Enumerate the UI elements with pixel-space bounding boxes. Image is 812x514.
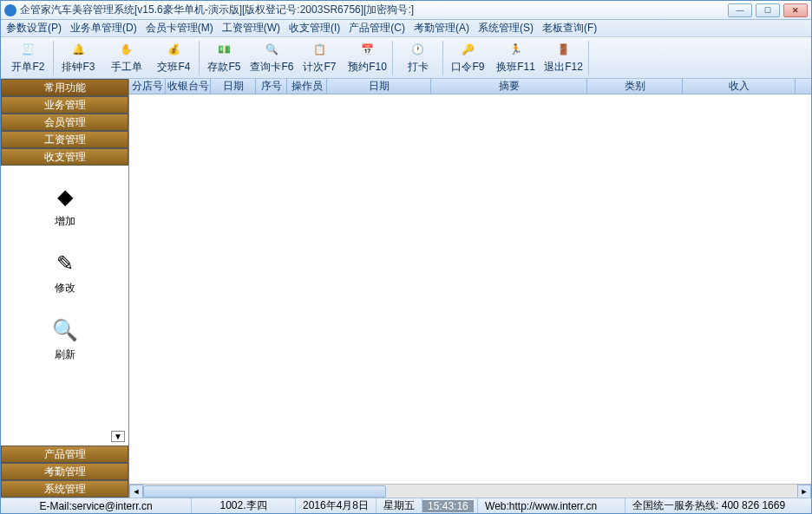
toolbar-icon: 🕐 xyxy=(409,41,427,58)
action-label: 增加 xyxy=(55,214,75,229)
status-weekday: 星期五 xyxy=(377,498,422,513)
sidebar-tab-收支管理[interactable]: 收支管理 xyxy=(1,148,128,166)
toolbar-开单F2[interactable]: 🧾开单F2 xyxy=(4,39,52,77)
main-area: 分店号收银台号日期序号操作员日期摘要类别收入 ◄ ► xyxy=(129,79,811,498)
toolbar-icon: 🔔 xyxy=(70,41,88,58)
grid-body[interactable] xyxy=(129,94,811,484)
grid-header: 分店号收银台号日期序号操作员日期摘要类别收入 xyxy=(129,79,811,94)
sidebar-dropdown-icon[interactable]: ▼ xyxy=(111,431,125,442)
action-icon: 🔍 xyxy=(51,316,79,344)
menu-item-5[interactable]: 产品管理(C) xyxy=(349,21,405,36)
column-header-日期[interactable]: 日期 xyxy=(327,79,431,94)
menu-item-3[interactable]: 工资管理(W) xyxy=(222,21,280,36)
toolbar-label: 开单F2 xyxy=(11,60,44,75)
status-web: Web:http://www.interr.cn xyxy=(478,498,625,513)
toolbar-separator xyxy=(392,41,393,75)
toolbar: 🧾开单F2🔔排钟F3✋手工单💰交班F4💵存款F5🔍查询卡F6📋计次F7📅预约F1… xyxy=(1,37,811,79)
maximize-button[interactable]: ☐ xyxy=(756,3,780,17)
toolbar-手工单[interactable]: ✋手工单 xyxy=(102,39,150,77)
sidebar-tab-工资管理[interactable]: 工资管理 xyxy=(1,131,128,148)
action-icon: ✎ xyxy=(51,250,79,277)
sidebar-action-增加[interactable]: ◆增加 xyxy=(51,183,79,229)
column-header-日期[interactable]: 日期 xyxy=(211,79,256,94)
scroll-left-button[interactable]: ◄ xyxy=(129,485,143,498)
toolbar-icon: 💵 xyxy=(216,41,233,58)
status-time: 15:43:16 xyxy=(422,500,474,512)
toolbar-separator xyxy=(53,41,54,75)
toolbar-icon: 🏃 xyxy=(508,41,525,58)
toolbar-separator xyxy=(588,41,589,75)
toolbar-icon: 📋 xyxy=(311,41,329,58)
toolbar-预约F10[interactable]: 📅预约F10 xyxy=(344,39,391,77)
menubar: 参数设置(P)业务单管理(D)会员卡管理(M)工资管理(W)收支管理(I)产品管… xyxy=(1,20,811,37)
toolbar-存款F5[interactable]: 💵存款F5 xyxy=(200,39,248,77)
sidebar: 常用功能 业务管理会员管理工资管理收支管理 ◆增加✎修改🔍刷新▼ 产品管理考勤管… xyxy=(1,79,129,498)
toolbar-label: 预约F10 xyxy=(348,60,387,75)
sidebar-tab-产品管理[interactable]: 产品管理 xyxy=(1,446,128,463)
menu-item-8[interactable]: 老板查询(F) xyxy=(542,21,597,36)
sidebar-action-刷新[interactable]: 🔍刷新 xyxy=(51,316,79,362)
titlebar: 企管家汽车美容管理系统[v15.6豪华单机-演示版][版权登记号:2003SR6… xyxy=(1,1,811,20)
toolbar-label: 交班F4 xyxy=(157,60,190,75)
statusbar: E-Mail:service@interr.cn 1002.李四 2016年4月… xyxy=(1,498,811,513)
action-icon: ◆ xyxy=(51,183,79,211)
close-button[interactable]: ✕ xyxy=(783,3,808,17)
scroll-thumb[interactable] xyxy=(143,485,386,498)
sidebar-tab-会员管理[interactable]: 会员管理 xyxy=(1,114,128,131)
sidebar-action-修改[interactable]: ✎修改 xyxy=(51,250,79,296)
toolbar-label: 排钟F3 xyxy=(62,60,95,75)
column-header-摘要[interactable]: 摘要 xyxy=(431,79,587,94)
action-label: 刷新 xyxy=(55,348,75,362)
sidebar-actions: ◆增加✎修改🔍刷新▼ xyxy=(1,166,128,446)
toolbar-label: 口令F9 xyxy=(451,60,484,75)
column-header-收银台号[interactable]: 收银台号 xyxy=(166,79,211,94)
toolbar-label: 存款F5 xyxy=(207,60,240,75)
window-title: 企管家汽车美容管理系统[v15.6豪华单机-演示版][版权登记号:2003SR6… xyxy=(20,3,728,17)
toolbar-查询卡F6[interactable]: 🔍查询卡F6 xyxy=(248,39,296,77)
toolbar-icon: 🔑 xyxy=(460,41,477,58)
menu-item-2[interactable]: 会员卡管理(M) xyxy=(146,21,213,36)
toolbar-label: 打卡 xyxy=(408,60,429,75)
toolbar-label: 换班F11 xyxy=(496,60,535,75)
scroll-right-button[interactable]: ► xyxy=(797,485,811,498)
menu-item-0[interactable]: 参数设置(P) xyxy=(6,21,62,36)
menu-item-7[interactable]: 系统管理(S) xyxy=(478,21,534,36)
column-header-收入[interactable]: 收入 xyxy=(683,79,796,94)
status-user: 1002.李四 xyxy=(192,498,296,513)
status-date: 2016年4月8日 xyxy=(296,498,377,513)
toolbar-口令F9[interactable]: 🔑口令F9 xyxy=(444,39,492,77)
toolbar-退出F12[interactable]: 🚪退出F12 xyxy=(540,39,587,77)
menu-item-1[interactable]: 业务单管理(D) xyxy=(70,21,137,36)
sidebar-header: 常用功能 xyxy=(1,79,128,96)
toolbar-label: 退出F12 xyxy=(544,60,583,75)
toolbar-icon: ✋ xyxy=(118,41,135,58)
horizontal-scrollbar[interactable]: ◄ ► xyxy=(129,484,811,498)
status-email: E-Mail:service@interr.cn xyxy=(1,498,192,513)
sidebar-tab-系统管理[interactable]: 系统管理 xyxy=(1,480,128,498)
toolbar-排钟F3[interactable]: 🔔排钟F3 xyxy=(55,39,102,77)
toolbar-label: 手工单 xyxy=(111,60,142,75)
minimize-button[interactable]: — xyxy=(728,3,752,17)
toolbar-打卡[interactable]: 🕐打卡 xyxy=(394,39,442,77)
column-header-操作员[interactable]: 操作员 xyxy=(287,79,327,94)
toolbar-separator xyxy=(199,41,200,75)
toolbar-icon: 🧾 xyxy=(20,41,37,58)
toolbar-label: 计次F7 xyxy=(303,60,336,75)
toolbar-label: 查询卡F6 xyxy=(250,60,293,75)
toolbar-separator xyxy=(442,41,443,75)
column-header-分店号[interactable]: 分店号 xyxy=(129,79,166,94)
menu-item-4[interactable]: 收支管理(I) xyxy=(289,21,340,36)
sidebar-tab-考勤管理[interactable]: 考勤管理 xyxy=(1,463,128,480)
menu-item-6[interactable]: 考勤管理(A) xyxy=(414,21,469,36)
action-label: 修改 xyxy=(55,281,75,296)
column-header-序号[interactable]: 序号 xyxy=(256,79,287,94)
toolbar-icon: 📅 xyxy=(359,41,377,58)
toolbar-icon: 💰 xyxy=(166,41,183,58)
toolbar-icon: 🔍 xyxy=(264,41,281,58)
column-header-类别[interactable]: 类别 xyxy=(587,79,683,94)
toolbar-换班F11[interactable]: 🏃换班F11 xyxy=(492,39,540,77)
toolbar-交班F4[interactable]: 💰交班F4 xyxy=(150,39,198,77)
toolbar-计次F7[interactable]: 📋计次F7 xyxy=(296,39,344,77)
status-hotline: 全国统一服务热线: 400 826 1669 xyxy=(625,498,811,513)
sidebar-tab-业务管理[interactable]: 业务管理 xyxy=(1,96,128,114)
